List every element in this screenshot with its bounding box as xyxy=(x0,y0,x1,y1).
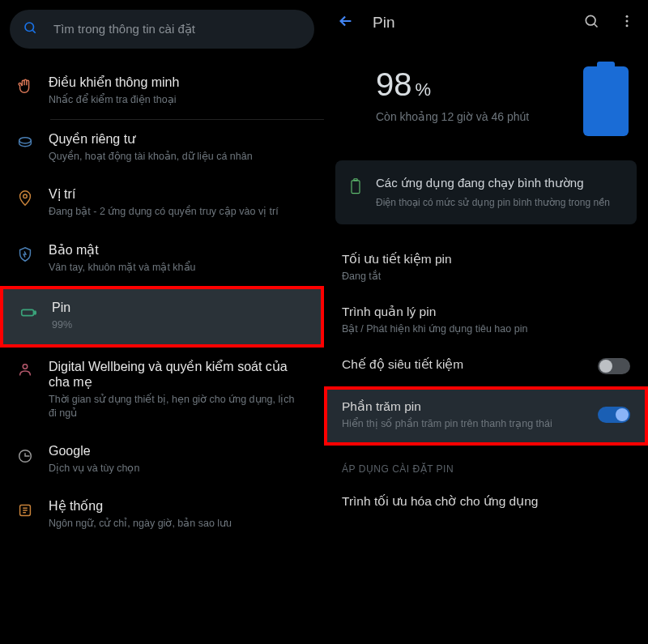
item-title: Trình quản lý pin xyxy=(342,305,630,319)
item-title: Điều khiển thông minh xyxy=(49,75,305,90)
item-battery-manager[interactable]: Trình quản lý pin Bật / Phát hiện khi ứn… xyxy=(324,295,648,348)
battery-options-list: Tối ưu tiết kiệm pin Đang tắt Trình quản… xyxy=(324,242,648,523)
google-icon xyxy=(16,444,49,465)
search-bar[interactable]: Tìm trong thông tin cài đặt xyxy=(10,10,314,49)
item-sub: Đang tắt xyxy=(342,270,630,284)
battery-remaining: Còn khoảng 12 giờ và 46 phút xyxy=(376,109,583,126)
svg-point-12 xyxy=(626,24,629,27)
svg-rect-4 xyxy=(34,311,36,314)
card-title: Các ứng dụng đang chạy bình thường xyxy=(376,175,624,191)
apps-running-card[interactable]: Các ứng dụng đang chạy bình thường Điện … xyxy=(335,160,637,224)
svg-line-1 xyxy=(32,30,35,32)
svg-point-11 xyxy=(626,20,629,23)
item-battery[interactable]: Pin 99% xyxy=(0,286,324,348)
item-sub: Quyền, hoạt động tài khoản, dữ liệu cá n… xyxy=(49,150,305,164)
item-title: Phần trăm pin xyxy=(342,399,598,414)
item-sub: 99% xyxy=(52,318,301,333)
svg-point-5 xyxy=(23,364,28,369)
item-google[interactable]: Google Dịch vụ và tùy chọn xyxy=(0,433,324,488)
svg-rect-14 xyxy=(354,179,357,181)
item-sub: Vân tay, khuôn mặt và mật khẩu xyxy=(49,261,305,275)
card-sub: Điện thoại có mức sử dụng pin bình thườn… xyxy=(376,196,624,210)
page-title: Pin xyxy=(373,14,577,32)
super-saver-toggle[interactable] xyxy=(598,358,630,374)
battery-icon xyxy=(19,301,52,322)
hand-icon xyxy=(16,75,49,96)
item-title: Trình tối ưu hóa chờ cho ứng dụng xyxy=(342,494,630,509)
item-sub: Dịch vụ và tùy chọn xyxy=(49,462,305,476)
system-icon xyxy=(16,498,49,519)
search-button[interactable] xyxy=(577,6,606,39)
battery-percentage-toggle[interactable] xyxy=(598,407,630,423)
item-system[interactable]: Hệ thống Ngôn ngữ, cử chỉ, ngày giờ, bản… xyxy=(0,487,324,543)
settings-list: Điều khiển thông minh Nhấc để kiểm tra đ… xyxy=(0,63,324,543)
settings-screen: Tìm trong thông tin cài đặt Điều khiển t… xyxy=(0,0,324,644)
svg-point-8 xyxy=(586,15,595,25)
item-location[interactable]: Vị trí Đang bật - 2 ứng dụng có quyền tr… xyxy=(0,175,324,231)
item-security[interactable]: Bảo mật Vân tay, khuôn mặt và mật khẩu xyxy=(0,231,324,287)
svg-rect-3 xyxy=(22,309,34,315)
svg-point-0 xyxy=(25,23,34,32)
battery-percentage: 98% xyxy=(376,66,583,103)
item-title: Tối ưu tiết kiệm pin xyxy=(342,252,630,267)
item-super-saver[interactable]: Chế độ siêu tiết kiệm xyxy=(324,348,648,386)
search-icon xyxy=(23,20,37,38)
svg-line-9 xyxy=(595,24,598,28)
item-battery-percentage[interactable]: Phần trăm pin Hiển thị số phần trăm pin … xyxy=(324,386,648,446)
item-title: Hệ thống xyxy=(49,498,305,514)
privacy-icon xyxy=(16,131,49,152)
item-wellbeing[interactable]: Digital Wellbeing và quyền kiểm soát của… xyxy=(0,348,324,433)
item-title: Google xyxy=(49,444,305,458)
item-title: Quyền riêng tư xyxy=(49,131,305,147)
item-title: Bảo mật xyxy=(49,242,305,258)
battery-shape-icon xyxy=(583,66,629,136)
item-title: Pin xyxy=(52,301,301,315)
item-smart-control[interactable]: Điều khiển thông minh Nhấc để kiểm tra đ… xyxy=(0,63,324,119)
more-button[interactable] xyxy=(612,6,642,39)
back-button[interactable] xyxy=(330,6,361,40)
percent-sign: % xyxy=(416,79,432,100)
item-sub: Nhấc để kiểm tra điện thoại xyxy=(49,93,305,108)
battery-hero: 98% Còn khoảng 12 giờ và 46 phút xyxy=(324,45,648,160)
location-icon xyxy=(16,186,49,207)
battery-screen: Pin 98% Còn khoảng 12 giờ và 46 phút Các… xyxy=(324,0,648,644)
item-title: Vị trí xyxy=(49,186,305,202)
item-title: Digital Wellbeing và quyền kiểm soát của… xyxy=(49,359,305,390)
battery-outline-icon xyxy=(348,175,376,198)
shield-icon xyxy=(16,242,49,263)
item-privacy[interactable]: Quyền riêng tư Quyền, hoạt động tài khoả… xyxy=(0,120,324,176)
battery-value: 98 xyxy=(376,66,412,102)
item-sub: Đang bật - 2 ứng dụng có quyền truy cập … xyxy=(49,205,305,220)
item-battery-saver[interactable]: Tối ưu tiết kiệm pin Đang tắt xyxy=(324,242,648,295)
item-sub: Thời gian sử dụng thiết bị, hẹn giờ cho … xyxy=(49,393,305,421)
item-app-standby[interactable]: Trình tối ưu hóa chờ cho ứng dụng xyxy=(324,484,648,523)
search-placeholder: Tìm trong thông tin cài đặt xyxy=(53,22,195,36)
svg-rect-13 xyxy=(352,181,360,194)
section-label: ÁP DỤNG CÀI ĐẶT PIN xyxy=(324,446,648,484)
item-sub: Bật / Phát hiện khi ứng dụng tiêu hao pi… xyxy=(342,322,630,336)
svg-point-10 xyxy=(626,15,629,18)
svg-point-2 xyxy=(23,194,28,198)
wellbeing-icon xyxy=(16,359,49,380)
item-title: Chế độ siêu tiết kiệm xyxy=(342,357,598,372)
item-sub: Ngôn ngữ, cử chỉ, ngày giờ, bản sao lưu xyxy=(49,517,305,531)
topbar: Pin xyxy=(324,0,648,45)
item-sub: Hiển thị số phần trăm pin trên thanh trạ… xyxy=(342,417,598,431)
